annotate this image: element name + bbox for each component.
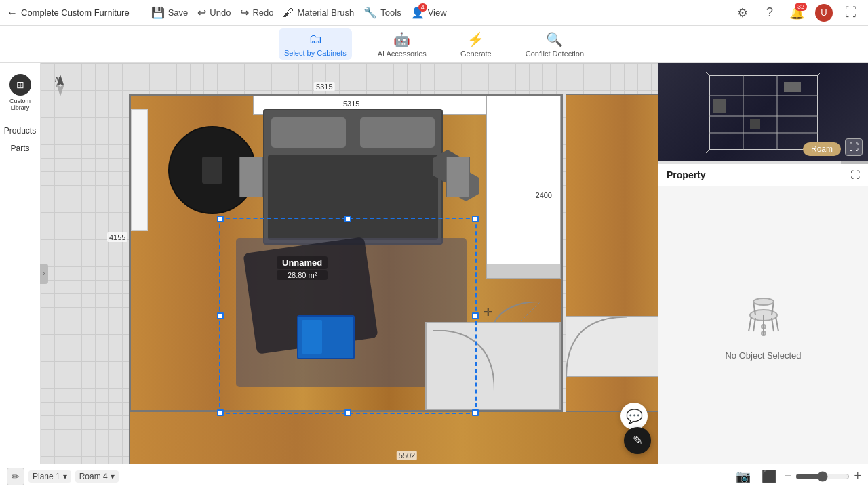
expand-icon: ⛶ (849, 142, 859, 152)
zoom-controls: − + (785, 469, 861, 483)
chat-fab-button[interactable]: ✎ (624, 427, 651, 454)
user-avatar-button[interactable]: U (814, 3, 834, 23)
toolbar-actions: 💾 Save ↩ Undo ↪ Redo 🖌 Material Brush 🔧 … (151, 6, 447, 19)
app-title: Complete Custom Furniture (21, 7, 130, 18)
handle-mr[interactable] (472, 312, 479, 319)
bottom-right: 📷 ⬛ − + (733, 466, 861, 487)
sidebar-nav: Products Parts (0, 122, 40, 157)
back-icon: ← (7, 7, 18, 19)
notifications-button[interactable]: 🔔 32 (787, 3, 807, 23)
property-expand-icon[interactable]: ⛶ (850, 169, 860, 180)
right-alcove (486, 96, 561, 279)
edit-mode-button[interactable]: ✏ (7, 468, 24, 485)
redo-button[interactable]: ↪ Redo (240, 6, 273, 19)
help-button[interactable]: ? (760, 3, 780, 23)
secondary-toolbar: 🗂 Select by Cabinets 🤖 AI Accessories ⚡ … (0, 26, 868, 63)
room-label-container: Unnamed 28.80 m² (277, 256, 328, 280)
washroom-area (566, 316, 658, 377)
zoom-in-button[interactable]: + (854, 469, 861, 483)
roam-label: Roam 4 (79, 472, 108, 481)
table-item (202, 157, 222, 184)
bathroom-fixture (433, 330, 494, 391)
no-object-label: No Object Selected (725, 350, 801, 361)
ai-accessories-icon: 🤖 (393, 31, 410, 47)
left-wall-strip (131, 109, 148, 231)
expand-preview-button[interactable]: ⛶ (845, 138, 863, 156)
svg-point-23 (753, 298, 774, 305)
3d-preview-box: Roam ⛶ (658, 63, 868, 161)
notif-count: 32 (795, 3, 807, 11)
save-button[interactable]: 💾 Save (151, 6, 189, 19)
parts-nav-item[interactable]: Parts (0, 140, 40, 157)
bottom-left: ✏ Plane 1 ▾ Roam 4 ▾ (7, 468, 119, 485)
roam-selector[interactable]: Roam 4 ▾ (75, 470, 119, 483)
save-icon: 💾 (151, 6, 165, 19)
undo-icon: ↩ (197, 6, 206, 19)
zoom-slider[interactable] (795, 471, 850, 482)
bottom-room: 5502 (129, 412, 658, 464)
roam-button[interactable]: Roam (803, 142, 841, 156)
alcove-bottom (487, 264, 560, 278)
tools-button[interactable]: 🔧 Tools (363, 6, 401, 19)
film-button[interactable]: ⬛ (759, 466, 779, 487)
right-panel: Roam ⛶ Property ⛶ (658, 63, 868, 464)
generate-button[interactable]: ⚡ Generate (452, 28, 500, 60)
svg-marker-1 (56, 84, 64, 96)
bottom-dim: 5502 (397, 451, 417, 460)
plane-dropdown-icon: ▾ (63, 472, 67, 481)
settings-button[interactable]: ⚙ (732, 3, 753, 23)
room-name: Unnamed (277, 256, 328, 269)
svg-line-12 (706, 150, 709, 153)
products-nav-item[interactable]: Products (0, 122, 40, 140)
plane-selector[interactable]: Plane 1 ▾ (28, 470, 71, 483)
floor-plan: 5315 4155 2400 5502 2555 1755 (129, 94, 563, 412)
blanket (268, 155, 438, 240)
svg-line-18 (776, 317, 778, 331)
panel-scroll-indicator (658, 161, 868, 164)
svg-line-17 (749, 317, 751, 331)
custom-library-icon: ⊞ (9, 74, 31, 96)
dim-top: 5315 (314, 82, 334, 92)
material-brush-button[interactable]: 🖌 Material Brush (283, 7, 354, 19)
chat-button[interactable]: 💬 (620, 403, 648, 430)
no-object-icon (736, 289, 791, 344)
property-header: Property ⛶ (658, 164, 868, 186)
generate-icon: ⚡ (467, 31, 484, 47)
select-cabinets-button[interactable]: 🗂 Select by Cabinets (279, 28, 352, 60)
camera-button[interactable]: 📷 (733, 466, 753, 487)
ai-accessories-button[interactable]: 🤖 AI Accessories (372, 28, 432, 60)
plane-label: Plane 1 (33, 472, 60, 481)
roam-dropdown-icon: ▾ (111, 472, 115, 481)
pillow-right (360, 117, 435, 148)
conflict-detection-icon: 🔍 (546, 31, 563, 47)
shelf-sketch (703, 72, 825, 153)
svg-line-20 (772, 318, 774, 331)
redo-icon: ↪ (240, 6, 249, 19)
svg-line-11 (818, 72, 821, 75)
bathroom-area (425, 322, 561, 410)
undo-button[interactable]: ↩ Undo (197, 6, 231, 19)
blue-furniture-item[interactable] (297, 315, 355, 359)
handle-tl[interactable] (217, 216, 224, 222)
blue-item-detail (302, 320, 322, 354)
svg-rect-14 (750, 119, 760, 129)
nightstand-left (239, 157, 263, 197)
extended-room: 2555 (566, 94, 658, 412)
zoom-out-button[interactable]: − (785, 469, 792, 483)
avatar: U (815, 4, 833, 22)
conflict-detection-button[interactable]: 🔍 Conflict Detection (520, 28, 589, 60)
chat-fab-icon: ✎ (633, 433, 643, 448)
room-floor: 5315 4155 2400 5502 2555 1755 (129, 94, 563, 412)
scroll-thumb (841, 161, 868, 164)
back-button[interactable]: ← Complete Custom Furniture (7, 7, 130, 19)
custom-library-button[interactable]: ⊞ Custom Library (0, 70, 40, 115)
canvas-area[interactable]: N 5315 4155 2400 5502 2555 1755 (41, 63, 658, 464)
collapse-sidebar-button[interactable]: › (40, 264, 48, 284)
handle-tr[interactable] (472, 216, 479, 222)
view-button[interactable]: 👤 4 View (411, 6, 447, 19)
svg-text:N: N (55, 76, 60, 83)
notif-badge-container: 🔔 32 (789, 5, 804, 20)
handle-ml[interactable] (217, 312, 224, 319)
fullscreen-button[interactable]: ⛶ (841, 3, 861, 23)
dim-left: 4155 (107, 232, 127, 242)
